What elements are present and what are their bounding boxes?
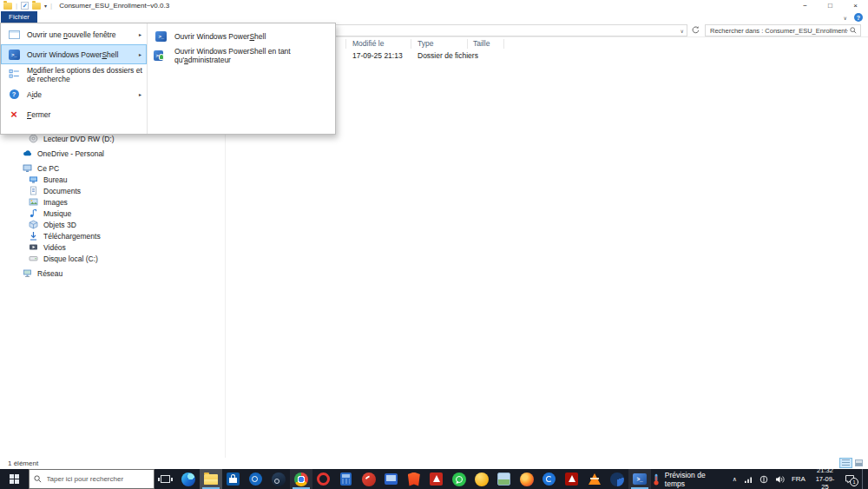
chrome-icon: [294, 472, 308, 486]
taskbar-app-gom[interactable]: [538, 469, 561, 489]
taskbar-app-opera[interactable]: [312, 469, 335, 489]
taskbar-search-input[interactable]: [45, 474, 149, 484]
taskbar-app-powershell[interactable]: >_: [628, 469, 651, 489]
address-dropdown-icon[interactable]: ∨: [681, 28, 684, 34]
taskbar-app-pc-manager[interactable]: [380, 469, 403, 489]
qat-properties-icon[interactable]: ✓: [21, 2, 29, 10]
taskbar-app-adobe[interactable]: [425, 469, 448, 489]
powershell-icon: >_: [7, 50, 21, 60]
tray-overflow-chevron-icon[interactable]: ∧: [733, 476, 737, 483]
sidebar-item-local-disk[interactable]: Disque local (C:): [0, 253, 225, 264]
taskbar-app-photos[interactable]: [493, 469, 516, 489]
start-button[interactable]: [0, 469, 29, 489]
taskbar-app-office[interactable]: [606, 469, 628, 489]
sidebar-item-label: Bureau: [43, 175, 67, 184]
folder-options-icon: [7, 69, 21, 80]
menu-item-close[interactable]: × Fermer: [1, 104, 147, 124]
taskbar-search-box[interactable]: [29, 469, 155, 489]
calculator-icon: [340, 472, 352, 486]
taskbar-app-acrobat[interactable]: [561, 469, 583, 489]
refresh-icon[interactable]: [691, 25, 700, 35]
taskbar-app-calculator[interactable]: [335, 469, 358, 489]
clock[interactable]: 21:32 17-09-25: [812, 466, 838, 489]
separator: |: [50, 0, 52, 11]
language-indicator[interactable]: FRA: [792, 475, 806, 483]
volume-icon[interactable]: [775, 475, 785, 484]
file-menu-tab[interactable]: Fichier: [1, 11, 37, 23]
windows-logo-icon: [10, 474, 19, 484]
ccleaner-icon: [362, 472, 376, 486]
submenu-arrow-icon: ▸: [139, 51, 141, 57]
powershell-icon: >_: [633, 473, 647, 485]
powershell-icon: >_: [154, 31, 168, 42]
taskbar-app-file-explorer[interactable]: [200, 469, 222, 489]
taskbar-app-store[interactable]: [222, 469, 245, 489]
menu-item-new-window[interactable]: Ouvrir une nouvelle fenêtre ▸: [1, 24, 147, 44]
sidebar-item-music[interactable]: Musique: [0, 208, 225, 219]
taskbar-app-ccleaner[interactable]: [358, 469, 380, 489]
sidebar-item-label: Réseau: [37, 269, 62, 278]
sidebar-item-label: Téléchargements: [43, 232, 101, 241]
network-tray-icon[interactable]: [744, 475, 753, 484]
onedrive-tray-icon[interactable]: [760, 475, 768, 484]
sidebar-item-onedrive[interactable]: OneDrive - Personal: [0, 148, 225, 159]
submenu-item-open-powershell[interactable]: >_ Ouvrir Windows PowerShell: [148, 27, 335, 46]
taskbar-app-steam[interactable]: [267, 469, 290, 489]
close-button[interactable]: ×: [843, 0, 868, 11]
help-icon[interactable]: ?: [854, 13, 863, 22]
sidebar-item-desktop[interactable]: Bureau: [0, 174, 225, 185]
minimize-button[interactable]: −: [792, 0, 818, 11]
column-header-modified[interactable]: Modifié le: [352, 39, 384, 48]
file-type: Dossier de fichiers: [418, 51, 478, 60]
taskbar-app-vlc[interactable]: [583, 469, 606, 489]
sidebar-item-this-pc[interactable]: Ce PC: [0, 162, 225, 174]
menu-item-open-powershell[interactable]: >_ Ouvrir Windows PowerShell ▸: [1, 44, 147, 64]
video-icon: [29, 242, 38, 252]
qat-new-folder-icon[interactable]: [32, 3, 41, 10]
taskbar-app-brave[interactable]: [403, 469, 425, 489]
cube-icon: [29, 220, 38, 229]
taskbar-app-outlook[interactable]: [245, 469, 267, 489]
search-box[interactable]: [705, 24, 861, 36]
menu-item-label: Modifier les options des dossiers et de …: [27, 66, 142, 83]
submenu-item-open-powershell-admin[interactable]: >_ Ouvrir Windows PowerShell en tant qu'…: [148, 46, 335, 65]
taskbar: >_ Prévision de temps ∧ FRA 21:32 17-09-…: [0, 469, 868, 489]
qat-dropdown-icon[interactable]: ▾: [44, 3, 47, 9]
sidebar-item-3d-objects[interactable]: Objets 3D: [0, 219, 225, 230]
task-view-button[interactable]: [155, 469, 177, 489]
sidebar-item-downloads[interactable]: Téléchargements: [0, 230, 225, 241]
taskbar-app-edge[interactable]: [177, 469, 200, 489]
list-view-button[interactable]: [839, 458, 852, 468]
expand-ribbon-icon[interactable]: ∨: [844, 15, 847, 21]
close-red-icon: ×: [7, 110, 21, 119]
quick-access-toolbar: | ✓ ▾ | Consumer_ESU_Enrollment~v0.0.3: [0, 0, 169, 11]
onedrive-cloud-icon: [23, 149, 32, 158]
menu-item-help[interactable]: ? Aide ▸: [1, 84, 147, 104]
computer-icon: [23, 163, 32, 173]
taskbar-app-emoji[interactable]: [470, 469, 493, 489]
sidebar-item-pictures[interactable]: Images: [0, 196, 225, 208]
taskbar-app-chrome[interactable]: [290, 469, 312, 489]
taskbar-app-firefox[interactable]: [516, 469, 538, 489]
download-icon: [29, 231, 38, 241]
submenu-item-label: Ouvrir Windows PowerShell en tant qu'adm…: [174, 47, 335, 64]
thumbnail-view-button[interactable]: [852, 458, 865, 468]
pictures-icon: [29, 197, 38, 207]
column-header-type[interactable]: Type: [418, 39, 433, 48]
sidebar-item-label: Images: [43, 198, 68, 207]
column-header-size[interactable]: Taille: [473, 39, 490, 48]
sidebar-item-label: Objets 3D: [43, 221, 76, 229]
sidebar-item-label: Vidéos: [43, 243, 66, 252]
search-input[interactable]: [706, 27, 850, 35]
taskbar-app-whatsapp[interactable]: [448, 469, 470, 489]
action-center-button[interactable]: 1: [845, 474, 855, 484]
sidebar-item-videos[interactable]: Vidéos: [0, 241, 225, 253]
menu-item-folder-options[interactable]: Modifier les options des dossiers et de …: [1, 64, 147, 84]
sidebar-item-documents[interactable]: Documents: [0, 185, 225, 196]
weather-widget[interactable]: Prévision de temps: [651, 471, 726, 488]
sidebar-item-network[interactable]: Réseau: [0, 268, 225, 279]
window-title: Consumer_ESU_Enrollment~v0.0.3: [59, 2, 169, 10]
show-desktop-button[interactable]: [862, 469, 866, 489]
restore-button[interactable]: □: [818, 0, 843, 11]
menu-item-label: Ouvrir une nouvelle fenêtre: [27, 30, 116, 39]
